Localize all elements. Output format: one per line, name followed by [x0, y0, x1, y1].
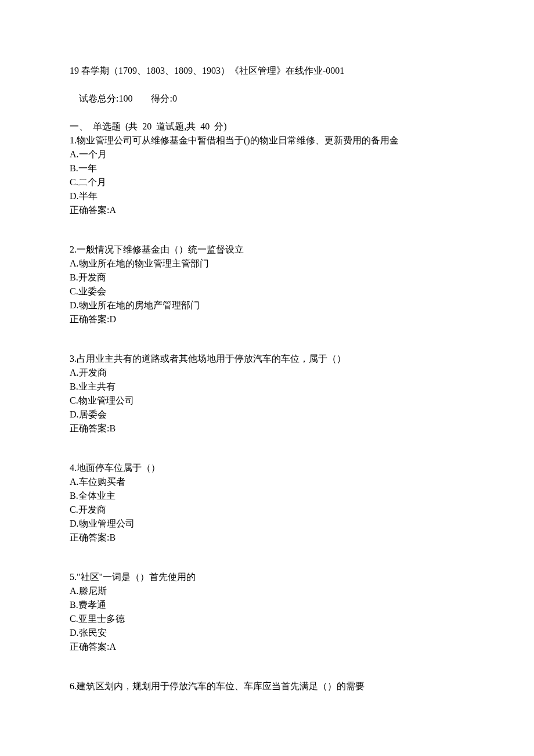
answer-line: 正确答案:D — [70, 312, 464, 326]
question-text: 2.一般情况下维修基金由（）统一监督设立 — [70, 243, 464, 257]
option-line: D.物业管理公司 — [70, 517, 464, 531]
option-line: A.滕尼斯 — [70, 584, 464, 598]
total-score-label: 试卷总分:100 — [79, 93, 132, 103]
question-block: 5."社区"一词是（）首先使用的 A.滕尼斯 B.费孝通 C.亚里士多德 D.张… — [70, 570, 464, 654]
score-line: 试卷总分:100 得分:0 — [70, 78, 464, 120]
question-text: 6.建筑区划内，规划用于停放汽车的车位、车库应当首先满足（）的需要 — [70, 679, 464, 693]
question-block: 3.占用业主共有的道路或者其他场地用于停放汽车的车位，属于（） A.开发商 B.… — [70, 352, 464, 435]
option-line: B.全体业主 — [70, 489, 464, 503]
option-line: C.亚里士多德 — [70, 612, 464, 626]
option-line: A.物业所在地的物业管理主管部门 — [70, 257, 464, 271]
document-title: 19 春学期（1709、1803、1809、1903）《社区管理》在线作业-00… — [70, 64, 464, 78]
question-text: 4.地面停车位属于（） — [70, 461, 464, 475]
option-line: A.车位购买者 — [70, 475, 464, 489]
answer-line: 正确答案:A — [70, 640, 464, 654]
option-line: D.张民安 — [70, 626, 464, 640]
option-line: D.居委会 — [70, 408, 464, 422]
question-text: 5."社区"一词是（）首先使用的 — [70, 570, 464, 584]
option-line: A.开发商 — [70, 366, 464, 380]
option-line: D.半年 — [70, 189, 464, 203]
question-text: 1.物业管理公司可从维修基金中暂借相当于()的物业日常维修、更新费用的备用金 — [70, 134, 464, 147]
section-heading: 一、 单选题 (共 20 道试题,共 40 分) — [70, 120, 464, 134]
obtained-score-label: 得分:0 — [151, 93, 176, 103]
question-block: 1.物业管理公司可从维修基金中暂借相当于()的物业日常维修、更新费用的备用金 A… — [70, 134, 464, 217]
option-line: A.一个月 — [70, 147, 464, 161]
option-line: B.费孝通 — [70, 598, 464, 612]
document-page: 19 春学期（1709、1803、1809、1903）《社区管理》在线作业-00… — [0, 0, 534, 756]
answer-line: 正确答案:B — [70, 422, 464, 435]
option-line: C.二个月 — [70, 175, 464, 189]
option-line: B.开发商 — [70, 271, 464, 285]
option-line: C.业委会 — [70, 285, 464, 298]
option-line: D.物业所在地的房地产管理部门 — [70, 298, 464, 312]
option-line: C.开发商 — [70, 503, 464, 517]
question-block: 2.一般情况下维修基金由（）统一监督设立 A.物业所在地的物业管理主管部门 B.… — [70, 243, 464, 326]
question-block: 4.地面停车位属于（） A.车位购买者 B.全体业主 C.开发商 D.物业管理公… — [70, 461, 464, 545]
question-block: 6.建筑区划内，规划用于停放汽车的车位、车库应当首先满足（）的需要 — [70, 679, 464, 693]
question-text: 3.占用业主共有的道路或者其他场地用于停放汽车的车位，属于（） — [70, 352, 464, 366]
answer-line: 正确答案:A — [70, 203, 464, 217]
option-line: B.一年 — [70, 161, 464, 175]
option-line: B.业主共有 — [70, 380, 464, 394]
option-line: C.物业管理公司 — [70, 394, 464, 408]
answer-line: 正确答案:B — [70, 531, 464, 545]
